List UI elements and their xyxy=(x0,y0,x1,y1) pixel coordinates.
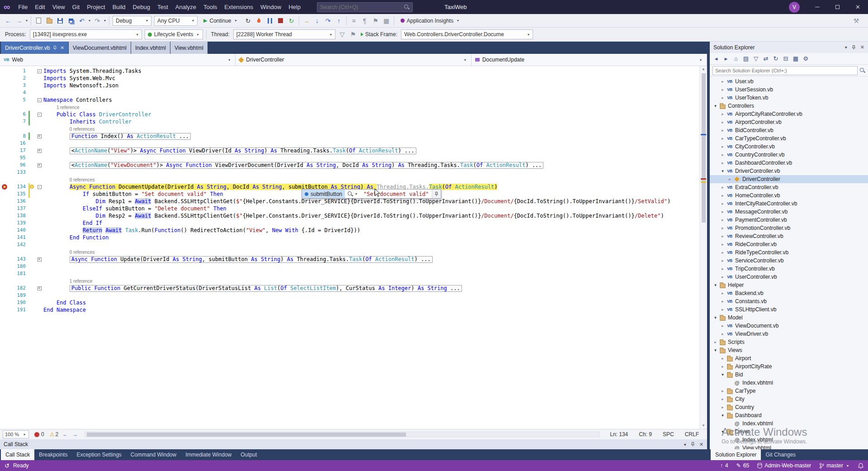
tab-drivercontroller-vb[interactable]: DriverController.vb✕ xyxy=(1,42,68,54)
project-dropdown[interactable]: VBWeb▾ xyxy=(0,54,236,66)
nav-dropdown-icon[interactable]: ▾ xyxy=(24,19,29,23)
expand-arrow-icon[interactable]: ▸ xyxy=(720,128,726,133)
expand-arrow-icon[interactable]: ▸ xyxy=(720,307,726,312)
switch-views-icon[interactable]: ▤ xyxy=(741,54,750,63)
breakpoint-margin[interactable] xyxy=(0,147,9,154)
codelens-references[interactable]: 0 references xyxy=(70,249,95,256)
tree-item-constants-vb[interactable]: ▸VBConstants.vb xyxy=(710,297,868,305)
tree-item-drivercontroller[interactable]: ▸DriverController xyxy=(710,175,868,183)
fold-margin[interactable]: - xyxy=(35,183,43,190)
breakpoint-margin[interactable] xyxy=(0,270,9,277)
expand-arrow-icon[interactable]: ▸ xyxy=(720,95,726,100)
breakpoint-margin[interactable] xyxy=(0,306,9,314)
filter-icon[interactable]: ▽ xyxy=(751,54,760,63)
code-text[interactable]: 0 references xyxy=(43,248,707,256)
breakpoint-margin[interactable] xyxy=(0,96,9,104)
fold-margin[interactable] xyxy=(35,118,43,125)
code-text[interactable]: Namespace Controllers xyxy=(43,96,707,104)
breakpoint-margin[interactable] xyxy=(0,227,9,234)
breakpoint-margin[interactable] xyxy=(0,162,9,169)
lifecycle-events-dropdown[interactable]: Lifecycle Events▾ xyxy=(145,29,203,39)
fold-margin[interactable]: + xyxy=(35,285,43,292)
breakpoint-margin[interactable] xyxy=(0,118,9,125)
tree-item-bid[interactable]: ▾Bid xyxy=(710,371,868,379)
fold-margin[interactable] xyxy=(35,190,43,198)
expand-arrow-icon[interactable]: ▸ xyxy=(720,87,726,92)
fold-expand-icon[interactable]: + xyxy=(38,257,42,262)
close-button[interactable]: ✕ xyxy=(848,0,868,14)
breakpoint-margin[interactable] xyxy=(0,198,9,205)
breakpoint-margin[interactable] xyxy=(0,219,9,227)
datatip-variable[interactable]: submitButton xyxy=(302,190,345,198)
process-combo[interactable]: [13492] iisexpress.exe▾ xyxy=(30,29,142,39)
menu-git[interactable]: Git xyxy=(69,0,84,14)
panel-tab-output[interactable]: Output xyxy=(236,449,261,460)
undo-icon[interactable]: ↶ xyxy=(76,15,87,26)
tree-item-extracontroller-vb[interactable]: ▸VBExtraController.vb xyxy=(710,183,868,191)
fold-expand-icon[interactable]: + xyxy=(38,134,42,138)
collapsed-member[interactable]: <ActionName("ViewDocument")> Async Funct… xyxy=(70,162,544,169)
expand-arrow-icon[interactable]: ▸ xyxy=(720,120,726,124)
expand-arrow-icon[interactable]: ▸ xyxy=(720,266,726,271)
code-text[interactable]: <ActionName("ViewDocument")> Async Funct… xyxy=(43,162,707,169)
home-icon[interactable]: ⌂ xyxy=(731,54,741,63)
undo-dropdown-icon[interactable]: ▾ xyxy=(87,19,92,23)
code-map-icon[interactable]: ▦ xyxy=(381,15,392,26)
expand-arrow-icon[interactable]: ▸ xyxy=(720,144,726,149)
tree-item-viewdriver-vb[interactable]: ▸VBViewDriver.vb xyxy=(710,330,868,338)
code-text[interactable]: 1 reference xyxy=(43,104,707,111)
save-all-icon[interactable] xyxy=(66,15,76,26)
breakpoint-margin[interactable] xyxy=(0,277,9,285)
tab-view-vbhtml[interactable]: View.vbhtml xyxy=(170,42,208,54)
code-text[interactable]: End Function xyxy=(43,234,707,241)
notifications-bell-icon[interactable] xyxy=(858,463,863,469)
breakpoint-margin[interactable] xyxy=(0,234,9,241)
search-input[interactable] xyxy=(320,4,397,10)
expand-arrow-icon[interactable]: ▸ xyxy=(720,218,726,222)
code-text[interactable]: Imports System.Web.Mvc xyxy=(43,75,707,82)
code-text[interactable] xyxy=(43,263,707,270)
forward-icon[interactable]: ▸ xyxy=(722,54,731,63)
expand-arrow-icon[interactable]: ▸ xyxy=(720,185,726,190)
fold-margin[interactable] xyxy=(35,241,43,248)
fold-margin[interactable] xyxy=(35,104,43,111)
text-visualizer-dropdown[interactable]: ▾ xyxy=(345,191,361,197)
expand-arrow-icon[interactable]: ▸ xyxy=(712,340,718,344)
fold-margin[interactable] xyxy=(35,263,43,270)
panel-tab-breakpoints[interactable]: Breakpoints xyxy=(34,449,72,460)
tree-item-promotioncontroller-vb[interactable]: ▸VBPromotionController.vb xyxy=(710,224,868,232)
refresh-icon[interactable]: ↻ xyxy=(771,54,780,63)
sync-with-active-document-icon[interactable]: ⇄ xyxy=(761,54,770,63)
restart-app-icon[interactable]: ↻ xyxy=(286,15,297,26)
tree-item-countrycontroller-vb[interactable]: ▸VBCountryController.vb xyxy=(710,151,868,159)
scroll-up-icon[interactable]: ▲ xyxy=(700,66,707,72)
fold-margin[interactable] xyxy=(35,75,43,82)
menu-analyze[interactable]: Analyze xyxy=(172,0,200,14)
properties-icon[interactable]: ⚙ xyxy=(801,54,810,63)
expand-arrow-icon[interactable]: ▸ xyxy=(720,226,726,230)
nav-forward-icon[interactable]: → xyxy=(14,15,24,26)
expand-arrow-icon[interactable]: ▸ xyxy=(720,291,726,295)
step-out-icon[interactable]: ↑ xyxy=(334,15,344,26)
tree-item-country[interactable]: ▸Country xyxy=(710,403,868,411)
flag-threads-icon[interactable]: ⚑ xyxy=(348,29,359,40)
tab-index-vbhtml[interactable]: Index.vbhtml xyxy=(131,42,170,54)
collapse-arrow-icon[interactable]: ▾ xyxy=(720,372,726,377)
breakpoint-margin[interactable] xyxy=(0,205,9,212)
fold-margin[interactable]: + xyxy=(35,147,43,154)
tree-item-dashboard[interactable]: ▾Dashboard xyxy=(710,411,868,419)
show-next-statement-icon[interactable]: → xyxy=(301,15,312,26)
expand-arrow-icon[interactable]: ▸ xyxy=(720,356,726,361)
member-dropdown[interactable]: DocumentUpdate▾ xyxy=(472,54,707,66)
fold-margin[interactable] xyxy=(35,198,43,205)
collapsed-member[interactable]: Async Function Update(DriverId As String… xyxy=(70,256,433,263)
thread-combo[interactable]: [22288] Worker Thread▾ xyxy=(233,29,335,39)
breakpoint-margin[interactable] xyxy=(0,89,9,96)
filter-threads-icon[interactable]: ▽ xyxy=(337,29,348,40)
lightbulb-icon[interactable] xyxy=(30,185,34,189)
tree-item-bidcontroller-vb[interactable]: ▸VBBidController.vb xyxy=(710,126,868,134)
codelens-references[interactable]: 1 reference xyxy=(70,278,93,285)
close-icon[interactable]: ✕ xyxy=(699,442,703,447)
code-text[interactable] xyxy=(43,270,707,277)
expand-arrow-icon[interactable]: ▸ xyxy=(720,332,726,336)
